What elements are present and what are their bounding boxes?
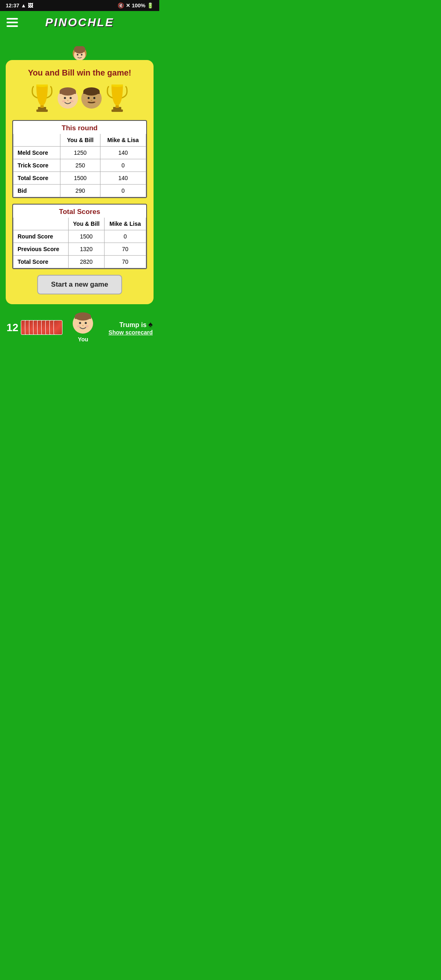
svg-point-12	[64, 97, 66, 99]
card-area: 12	[7, 320, 58, 335]
trump-area: Trump is ♠ Show scorecard	[109, 320, 153, 336]
table-row: Total Score 2820 70	[13, 256, 146, 268]
svg-point-32	[79, 322, 81, 324]
peek-area	[0, 46, 159, 60]
green-spacer	[0, 34, 159, 46]
peek-character-icon	[70, 46, 89, 61]
status-left: 12:37 ▲ 🖼	[6, 2, 33, 9]
row-mike-lisa: 0	[105, 230, 146, 243]
status-right: 🔇 ✕ 100% 🔋	[118, 2, 154, 9]
row-you-bill: 1250	[60, 147, 100, 159]
this-round-title: This round	[13, 121, 146, 134]
row-label: Total Score	[13, 256, 69, 268]
col-mike-lisa: Mike & Lisa	[100, 134, 146, 147]
svg-rect-8	[40, 105, 44, 108]
card-9	[53, 320, 62, 335]
total-scores-section: Total Scores You & Bill Mike & Lisa Roun…	[12, 204, 147, 269]
show-scorecard-link[interactable]: Show scorecard	[109, 329, 153, 336]
svg-point-16	[70, 100, 74, 102]
win-title: You and Bill win the game!	[12, 68, 147, 78]
player-area: You	[72, 312, 94, 343]
row-you-bill: 1500	[60, 172, 100, 185]
game-bottom: 12 You Trump is	[0, 304, 159, 349]
row-label: Previous Score	[13, 243, 69, 256]
total-scores-table: You & Bill Mike & Lisa Round Score 1500 …	[13, 218, 146, 268]
row-you-bill: 290	[60, 185, 100, 197]
svg-rect-19	[83, 91, 100, 94]
svg-point-13	[70, 97, 72, 99]
this-round-table: You & Bill Mike & Lisa Meld Score 1250 1…	[13, 134, 146, 197]
table-row: Bid 290 0	[13, 185, 146, 197]
svg-point-4	[81, 54, 82, 56]
trump-suit-icon: ♠	[148, 320, 153, 329]
row-you-bill: 1320	[68, 243, 104, 256]
svg-rect-31	[75, 316, 91, 319]
modal-card: You and Bill win the game!	[6, 60, 154, 304]
svg-point-36	[85, 325, 89, 327]
row-mike-lisa: 70	[105, 256, 146, 268]
svg-rect-11	[60, 91, 76, 94]
trump-text: Trump is	[119, 321, 147, 328]
image-icon: 🖼	[28, 2, 33, 9]
row-label: Bid	[13, 185, 60, 197]
total-scores-title: Total Scores	[13, 205, 146, 218]
cards-stack	[21, 320, 58, 335]
app-title: PINOCHLE	[18, 16, 141, 29]
mute-icon: 🔇	[118, 2, 124, 9]
row-mike-lisa: 70	[105, 243, 146, 256]
left-trophy-icon	[29, 83, 55, 114]
app-header: PINOCHLE	[0, 11, 159, 34]
battery-icon: 🔋	[147, 2, 154, 9]
row-label: Meld Score	[13, 147, 60, 159]
new-game-button[interactable]: Start a new game	[37, 275, 122, 294]
total-header-row: You & Bill Mike & Lisa	[13, 218, 146, 230]
battery-text: 100%	[132, 2, 145, 9]
row-mike-lisa: 0	[100, 185, 146, 197]
status-bar: 12:37 ▲ 🖼 🔇 ✕ 100% 🔋	[0, 0, 159, 11]
table-row: Total Score 1500 140	[13, 172, 146, 185]
you-face-icon	[57, 87, 79, 109]
row-mike-lisa: 0	[100, 159, 146, 172]
svg-point-15	[62, 100, 65, 102]
table-row: Round Score 1500 0	[13, 230, 146, 243]
row-mike-lisa: 140	[100, 172, 146, 185]
svg-point-35	[77, 325, 80, 327]
svg-point-27	[111, 85, 123, 87]
svg-point-20	[88, 97, 90, 99]
row-label: Trick Score	[13, 159, 60, 172]
col-you-bill: You & Bill	[60, 134, 100, 147]
total-col-empty	[13, 218, 69, 230]
trophy-row	[12, 83, 147, 114]
row-you-bill: 1500	[68, 230, 104, 243]
right-trophy-icon	[104, 83, 130, 114]
hamburger-menu[interactable]	[7, 18, 18, 27]
trump-label: Trump is ♠	[109, 320, 153, 329]
svg-point-14	[67, 100, 69, 101]
svg-rect-6	[36, 109, 48, 112]
row-label: Round Score	[13, 230, 69, 243]
total-col-you-bill: You & Bill	[68, 218, 104, 230]
svg-point-34	[82, 325, 84, 326]
row-label: Total Score	[13, 172, 60, 185]
table-row: Meld Score 1250 140	[13, 147, 146, 159]
total-col-mike-lisa: Mike & Lisa	[105, 218, 146, 230]
col-empty	[13, 134, 60, 147]
warning-icon: ▲	[21, 2, 26, 9]
svg-point-24	[94, 100, 97, 102]
player-label: You	[78, 336, 88, 343]
row-you-bill: 2820	[68, 256, 104, 268]
table-header-row: You & Bill Mike & Lisa	[13, 134, 146, 147]
bill-face-icon	[80, 87, 102, 109]
player-face-icon	[72, 312, 94, 334]
table-row: Trick Score 250 0	[13, 159, 146, 172]
signal-icon: ✕	[126, 2, 130, 9]
svg-rect-28	[116, 105, 119, 108]
svg-point-33	[85, 322, 87, 324]
svg-rect-26	[111, 109, 123, 112]
svg-point-7	[36, 85, 48, 87]
svg-point-21	[94, 97, 96, 99]
table-row: Previous Score 1320 70	[13, 243, 146, 256]
svg-point-3	[77, 54, 78, 56]
card-count: 12	[7, 321, 18, 334]
svg-point-22	[91, 100, 92, 101]
